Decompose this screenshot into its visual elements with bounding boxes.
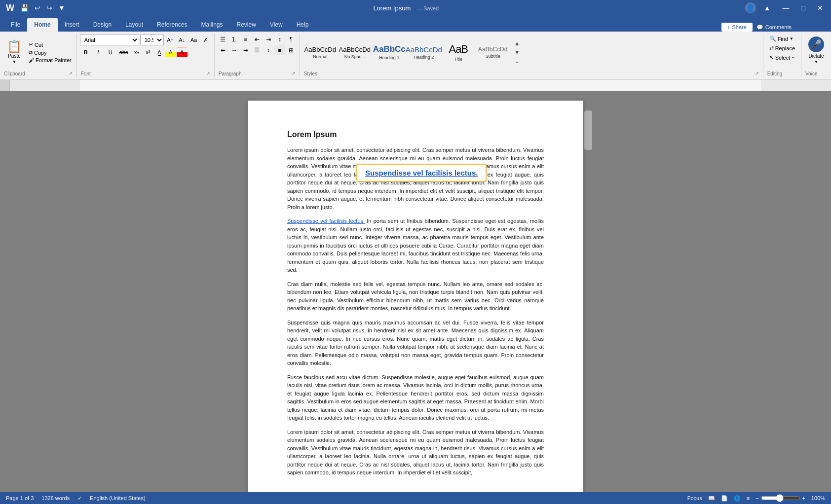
find-dropdown[interactable]: ▼: [790, 36, 793, 41]
dictate-dropdown[interactable]: ▼: [814, 60, 818, 64]
tab-file[interactable]: File: [4, 18, 27, 32]
font-shrink-button[interactable]: A↓: [177, 35, 188, 45]
undo-button[interactable]: ↩: [33, 3, 42, 13]
tab-mailings[interactable]: Mailings: [194, 18, 229, 32]
paste-dropdown[interactable]: ▼: [12, 60, 16, 64]
zoom-control: − + 100%: [755, 494, 825, 502]
shading-button[interactable]: ■: [274, 45, 285, 55]
styles-up-arrow[interactable]: ▲: [512, 39, 522, 48]
styles-expand[interactable]: ↗: [755, 71, 759, 76]
style-heading1[interactable]: AaBbCc Heading 1: [372, 35, 407, 70]
ribbon-display-button[interactable]: ▲: [760, 3, 775, 13]
align-right-button[interactable]: ➡: [240, 45, 251, 55]
read-mode-icon[interactable]: 📖: [708, 495, 715, 502]
sort-button[interactable]: ↕: [274, 35, 285, 44]
redo-button[interactable]: ↪: [44, 3, 54, 13]
outline-icon[interactable]: ≡: [747, 495, 750, 501]
clipboard-expand[interactable]: ↗: [69, 71, 73, 76]
focus-button[interactable]: Focus: [687, 495, 702, 501]
dictate-button[interactable]: 🎤 Dictate ▼: [804, 35, 828, 66]
tab-view[interactable]: View: [263, 18, 290, 32]
indent-button[interactable]: ⇥: [263, 35, 274, 44]
proofing-icon[interactable]: ✓: [77, 495, 82, 502]
language-indicator[interactable]: English (United States): [90, 495, 146, 501]
minimize-button[interactable]: —: [779, 3, 793, 13]
font-case-button[interactable]: Aa: [189, 35, 199, 45]
document-paragraph-3: Cras diam nulla, molestie sed felis vel,…: [287, 280, 544, 313]
comments-button[interactable]: 💬 Comments: [756, 24, 792, 31]
zoom-out-button[interactable]: −: [755, 495, 758, 501]
style-title[interactable]: AaB Title: [441, 35, 476, 70]
font-size-select[interactable]: 10.5: [140, 35, 164, 45]
profile-icon[interactable]: 👤: [745, 2, 756, 13]
style-heading2[interactable]: AaBbCcDd Heading 2: [407, 35, 441, 70]
tab-layout[interactable]: Layout: [118, 18, 150, 32]
highlight-button[interactable]: A: [165, 47, 176, 58]
tab-insert[interactable]: Insert: [58, 18, 86, 32]
underline-button[interactable]: U: [105, 47, 116, 58]
document-paragraph-6: Lorem ipsum dolor sit amet, consectetur …: [287, 428, 544, 477]
tab-home[interactable]: Home: [27, 18, 57, 32]
format-painter-button[interactable]: 🖌 Format Painter: [27, 57, 74, 64]
maximize-button[interactable]: □: [797, 3, 809, 13]
style-no-space[interactable]: AaBbCcDd No Spac...: [338, 35, 372, 70]
styles-down-arrow[interactable]: ▼: [512, 48, 522, 57]
align-left-button[interactable]: ⬅: [218, 45, 228, 55]
save-button[interactable]: 💾: [18, 3, 31, 13]
vertical-ruler: [238, 101, 248, 487]
bold-button[interactable]: B: [80, 47, 92, 58]
italic-button[interactable]: I: [92, 47, 104, 58]
document-link[interactable]: Suspendisse vel facilisis lectus.: [287, 218, 365, 224]
link-popup[interactable]: Suspendisse vel facilisis lectus.: [356, 164, 487, 182]
tab-design[interactable]: Design: [86, 18, 118, 32]
line-spacing-button[interactable]: ↕: [263, 45, 274, 55]
page-number: Page 1 of 3: [6, 495, 34, 501]
font-color-button[interactable]: A: [177, 47, 188, 58]
tab-review[interactable]: Review: [229, 18, 263, 32]
copy-button[interactable]: ⧉ Copy: [27, 49, 74, 56]
tab-references[interactable]: References: [150, 18, 194, 32]
scrollbar-track[interactable]: [583, 101, 593, 487]
horizontal-ruler[interactable]: [10, 80, 831, 91]
superscript-button[interactable]: x²: [143, 47, 153, 58]
bullets-button[interactable]: ☰: [218, 35, 228, 44]
customize-qat-button[interactable]: ▼: [56, 3, 67, 13]
zoom-in-button[interactable]: +: [802, 495, 805, 501]
close-button[interactable]: ✕: [813, 3, 827, 13]
styles-expand-arrow[interactable]: ⌄: [513, 57, 522, 66]
scrollbar-thumb[interactable]: [584, 110, 592, 150]
select-button[interactable]: ↖ Select ~: [766, 53, 798, 62]
print-layout-icon[interactable]: 📄: [721, 495, 728, 502]
numbering-button[interactable]: 1.: [229, 35, 240, 44]
subscript-button[interactable]: x₂: [131, 47, 142, 58]
clear-format-button[interactable]: ✗: [200, 35, 211, 45]
font-expand[interactable]: ↗: [206, 71, 210, 76]
outdent-button[interactable]: ⇤: [252, 35, 263, 44]
strikethrough-button[interactable]: abc: [117, 47, 131, 58]
paste-button[interactable]: 📋 Paste ▼: [3, 38, 26, 66]
style-normal[interactable]: AaBbCcDd Normal: [303, 35, 338, 70]
tab-help[interactable]: Help: [290, 18, 316, 32]
replace-button[interactable]: ⇄ Replace: [766, 44, 798, 52]
font-name-select[interactable]: Arial: [80, 35, 139, 45]
align-center-button[interactable]: ↔: [229, 45, 240, 55]
borders-button[interactable]: ⊞: [286, 45, 297, 55]
show-marks-button[interactable]: ¶: [286, 35, 297, 44]
document-area[interactable]: Lorem Ipsum Lorem ipsum dolor sit amet, …: [0, 91, 831, 497]
style-subtitle[interactable]: AaBbCcDd Subtitle: [476, 35, 510, 70]
cut-button[interactable]: ✂ Cut: [27, 41, 74, 48]
web-layout-icon[interactable]: 🌐: [734, 495, 741, 502]
justify-button[interactable]: ☰: [252, 45, 263, 55]
scissors-icon: ✂: [29, 41, 33, 48]
editing-group: 🔍 Find ▼ ⇄ Replace ↖ Select ~ Editing: [763, 34, 801, 77]
paragraph-expand[interactable]: ↗: [292, 71, 296, 76]
multilevel-list-button[interactable]: ≡: [240, 35, 251, 44]
zoom-slider[interactable]: [761, 494, 800, 502]
text-effects-button[interactable]: A̲: [154, 47, 165, 58]
replace-icon: ⇄: [769, 45, 774, 51]
font-grow-button[interactable]: A↑: [165, 35, 176, 45]
editing-group-bottom: Editing: [766, 70, 798, 76]
share-button[interactable]: ↑ Voice Share: [721, 23, 753, 32]
find-button[interactable]: 🔍 Find ▼: [766, 35, 796, 43]
styles-content: AaBbCcDd Normal AaBbCcDd No Spac... AaBb…: [303, 35, 760, 70]
